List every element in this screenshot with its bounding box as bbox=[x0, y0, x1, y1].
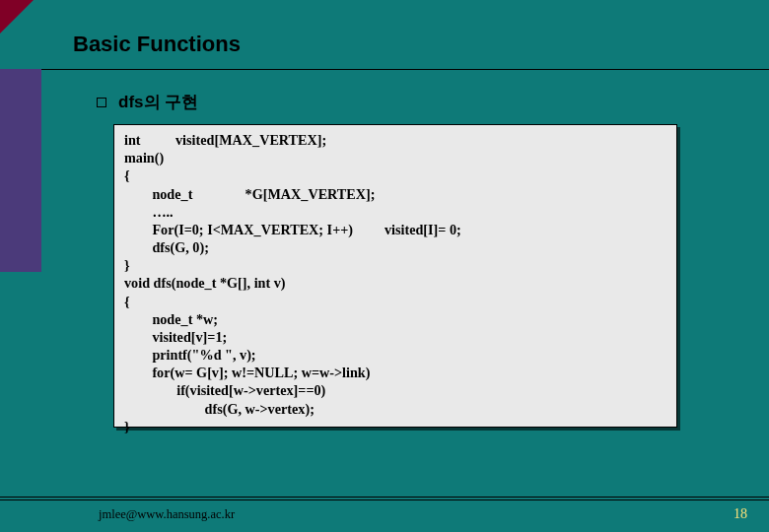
footer-rule bbox=[0, 497, 769, 500]
corner-accent bbox=[0, 0, 34, 33]
slide-title: Basic Functions bbox=[73, 32, 241, 57]
footer-page-number: 18 bbox=[734, 506, 747, 522]
code-box: int visited[MAX_VERTEX]; main() { node_t… bbox=[113, 124, 677, 428]
bullet-square-icon bbox=[97, 98, 106, 107]
subtitle-row: dfs의 구현 bbox=[97, 91, 198, 113]
slide-subtitle: dfs의 구현 bbox=[118, 91, 198, 113]
title-underline bbox=[0, 69, 769, 70]
code-block: int visited[MAX_VERTEX]; main() { node_t… bbox=[124, 131, 666, 435]
left-accent-bar bbox=[0, 69, 41, 272]
slide: Basic Functions dfs의 구현 int visited[MAX_… bbox=[0, 0, 769, 532]
footer-email: jmlee@www.hansung.ac.kr bbox=[99, 507, 235, 522]
